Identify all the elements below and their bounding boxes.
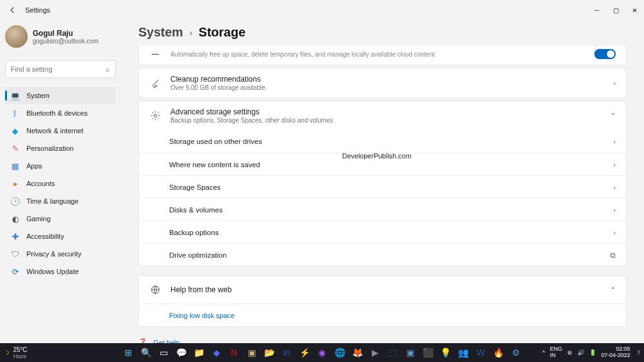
- nav-list: 💻SystemᛒBluetooth & devices◆Network & in…: [3, 87, 118, 280]
- teams-icon[interactable]: 👥: [455, 344, 471, 361]
- get-help-link[interactable]: ❓ Get help: [138, 336, 626, 343]
- nav-label: Time & language: [26, 197, 79, 205]
- nav-icon: ᛒ: [10, 108, 20, 118]
- chevron-right-icon: ›: [613, 184, 616, 191]
- cleanup-card: Cleanup recommendations Over 5.00 GB of …: [138, 68, 626, 98]
- taskbar-apps: ⊞ 🔍 ▭ 💬 📁 ◆ N ▣ 📂 in ⚡ ◉ 🌐 🦊 ▶ ⬚ ▣ ⬛ 💡 👥…: [120, 344, 524, 361]
- nav-icon: ⟳: [10, 266, 20, 277]
- sidebar-item-accounts[interactable]: ●Accounts: [5, 175, 116, 192]
- chevron-right-icon: ›: [613, 161, 616, 168]
- fixing-low-disk-link[interactable]: Fixing low disk space: [139, 304, 626, 326]
- nav-label: Accounts: [26, 180, 55, 187]
- advanced-item-drive-optimization[interactable]: Drive optimization⧉: [139, 243, 626, 266]
- nav-icon: ◐: [10, 214, 20, 224]
- breadcrumb-parent[interactable]: System: [138, 25, 183, 40]
- help-icon: ❓: [138, 338, 147, 343]
- search-taskbar-icon[interactable]: 🔍: [138, 344, 154, 361]
- app-icon[interactable]: ▣: [243, 344, 260, 361]
- chevron-right-icon: ›: [613, 79, 616, 87]
- app-icon[interactable]: 🔥: [490, 344, 506, 361]
- chrome-icon[interactable]: 🌐: [331, 344, 348, 361]
- sidebar-item-gaming[interactable]: ◐Gaming: [5, 210, 116, 228]
- sidebar-item-apps[interactable]: ▦Apps: [5, 157, 116, 175]
- nav-icon: ●: [10, 178, 20, 189]
- wifi-icon[interactable]: ⊚: [567, 349, 572, 356]
- app-icon[interactable]: ▣: [402, 344, 418, 361]
- notifications-icon[interactable]: ☽: [635, 349, 640, 356]
- chat-icon[interactable]: 💬: [173, 344, 189, 361]
- app-icon[interactable]: 💡: [437, 344, 453, 361]
- language-indicator[interactable]: ENG IN: [550, 346, 562, 359]
- taskview-icon[interactable]: ▭: [155, 344, 172, 361]
- window-title: Settings: [25, 6, 50, 14]
- nav-icon: 🕒: [10, 196, 20, 206]
- content: System › Storage ─ Automatically free up…: [121, 20, 644, 343]
- minimize-button[interactable]: ─: [587, 0, 606, 20]
- profile-name: Gogul Raju: [33, 29, 99, 38]
- storage-sense-toggle[interactable]: [594, 49, 616, 59]
- chevron-right-icon: ›: [189, 28, 192, 38]
- firefox-icon[interactable]: 🦊: [349, 344, 365, 361]
- watermark: DeveloperPublish.com: [342, 152, 411, 160]
- app-icon[interactable]: ◉: [314, 344, 330, 361]
- profile-block[interactable]: Gogul Raju gogulisro@outlook.com: [3, 20, 118, 57]
- clock[interactable]: 02:05 07-04-2022: [601, 346, 630, 359]
- sidebar-item-bluetooth-devices[interactable]: ᛒBluetooth & devices: [5, 104, 116, 122]
- tray-chevron-icon[interactable]: ^: [542, 349, 545, 356]
- avatar: [5, 25, 28, 48]
- advanced-item-backup-options[interactable]: Backup options›: [139, 221, 626, 243]
- nav-icon: 🛡: [10, 249, 20, 259]
- taskbar: ☽ 25°C Haze ⊞ 🔍 ▭ 💬 📁 ◆ N ▣ 📂 in ⚡ ◉ 🌐 🦊…: [0, 343, 644, 362]
- moon-icon: ☽: [4, 349, 9, 356]
- broom-icon: [149, 78, 162, 88]
- volume-icon[interactable]: 🔊: [577, 349, 584, 356]
- storage-sense-row[interactable]: ─ Automatically free up space, delete te…: [138, 46, 626, 65]
- gear-icon: [149, 111, 162, 121]
- maximize-button[interactable]: ▢: [606, 0, 625, 20]
- nav-icon: ✎: [10, 143, 20, 153]
- nav-label: Network & internet: [26, 127, 83, 134]
- app-icon[interactable]: N: [226, 344, 242, 361]
- app-icon[interactable]: in: [279, 344, 295, 361]
- webhelp-card: Help from the web ⌃ Fixing low disk spac…: [138, 275, 626, 327]
- help-from-web-header[interactable]: Help from the web ⌃: [139, 276, 626, 304]
- app-icon[interactable]: ⚡: [296, 344, 313, 361]
- app-icon[interactable]: ⬚: [384, 344, 401, 361]
- cleanup-recommendations-row[interactable]: Cleanup recommendations Over 5.00 GB of …: [139, 69, 626, 97]
- app-icon[interactable]: 📂: [261, 344, 277, 361]
- close-button[interactable]: ✕: [625, 0, 644, 20]
- sidebar-item-personalization[interactable]: ✎Personalization: [5, 140, 116, 157]
- sidebar-item-accessibility[interactable]: ✚Accessibility: [5, 228, 116, 245]
- settings-icon[interactable]: ⚙: [508, 344, 524, 361]
- advanced-item-disks-volumes[interactable]: Disks & volumes›: [139, 198, 626, 221]
- explorer-icon[interactable]: 📁: [191, 344, 207, 361]
- sidebar-item-windows-update[interactable]: ⟳Windows Update: [5, 263, 116, 280]
- nav-label: Apps: [26, 162, 42, 170]
- weather-widget[interactable]: ☽ 25°C Haze: [0, 346, 27, 359]
- sidebar-item-network-internet[interactable]: ◆Network & internet: [5, 122, 116, 140]
- search-box[interactable]: ⌕: [5, 60, 116, 78]
- nav-label: Bluetooth & devices: [26, 109, 87, 117]
- back-button[interactable]: [5, 3, 20, 18]
- sidebar-item-privacy-security[interactable]: 🛡Privacy & security: [5, 245, 116, 263]
- minus-icon: ─: [149, 48, 162, 60]
- sidebar-item-system[interactable]: 💻System: [5, 87, 116, 104]
- word-icon[interactable]: W: [472, 344, 489, 361]
- nav-label: Accessibility: [26, 233, 64, 240]
- search-input[interactable]: [11, 65, 106, 73]
- advanced-storage-header[interactable]: Advanced storage settings Backup options…: [139, 101, 626, 130]
- app-icon[interactable]: ▶: [367, 344, 383, 361]
- advanced-item-storage-spaces[interactable]: Storage Spaces›: [139, 175, 626, 198]
- app-icon[interactable]: ◆: [208, 344, 225, 361]
- advanced-item-storage-used-on-other-drives[interactable]: Storage used on other drives›: [139, 130, 626, 153]
- chevron-up-icon: ⌃: [610, 112, 616, 120]
- profile-email: gogulisro@outlook.com: [33, 38, 99, 45]
- titlebar: Settings ─ ▢ ✕: [0, 0, 644, 20]
- app-icon[interactable]: ⬛: [419, 344, 436, 361]
- nav-label: Privacy & security: [26, 250, 81, 258]
- start-button[interactable]: ⊞: [120, 344, 136, 361]
- battery-icon[interactable]: 🔋: [589, 349, 596, 356]
- nav-icon: ▦: [10, 161, 20, 171]
- sidebar-item-time-language[interactable]: 🕒Time & language: [5, 192, 116, 210]
- nav-label: System: [26, 92, 50, 99]
